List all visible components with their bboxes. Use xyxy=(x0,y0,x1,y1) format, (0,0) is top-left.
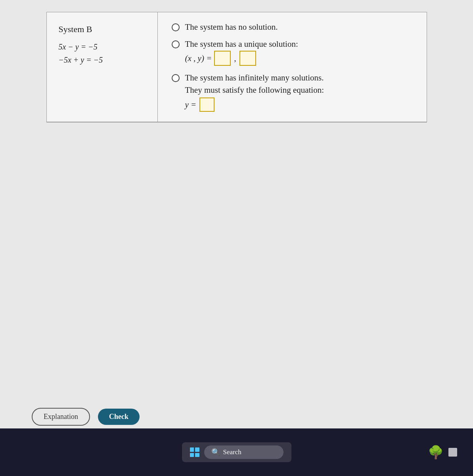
search-bar[interactable]: 🔍 Search xyxy=(204,445,283,459)
system-b-label: System B xyxy=(59,24,149,34)
system-b-cell: System B 5x − y = −5 −5x + y = −5 xyxy=(47,12,158,122)
unique-solution-inputs: (x , y) = , xyxy=(185,51,413,66)
no-solution-radio[interactable] xyxy=(172,23,180,31)
unique-solution-option[interactable]: The system has a unique solution: xyxy=(172,39,413,49)
satisfy-text: They must satisfy the following equation… xyxy=(185,85,413,95)
options-cell: The system has no solution. The system h… xyxy=(158,12,427,122)
win-sq-2 xyxy=(195,447,199,452)
x-input[interactable] xyxy=(214,51,231,66)
bottom-bar: Explanation Check xyxy=(0,405,473,428)
y-equals-label: y = xyxy=(185,100,197,110)
win-sq-1 xyxy=(190,447,194,452)
taskbar: 🔍 Search 🌳 xyxy=(0,428,473,476)
windows-start-icon[interactable] xyxy=(190,447,199,457)
no-solution-option[interactable]: The system has no solution. xyxy=(172,22,413,32)
equation-1: 5x − y = −5 xyxy=(59,42,149,52)
taskbar-right: 🌳 xyxy=(428,445,457,460)
xy-prefix: (x , y) = xyxy=(185,54,212,63)
unique-solution-radio[interactable] xyxy=(172,40,180,48)
taskbar-center: 🔍 Search xyxy=(182,442,291,462)
tree-icon: 🌳 xyxy=(428,445,444,460)
system-b-row: System B 5x − y = −5 −5x + y = −5 The sy… xyxy=(47,12,427,122)
main-content: System B 5x − y = −5 −5x + y = −5 The sy… xyxy=(0,0,473,428)
taskbar-preview-square[interactable] xyxy=(448,448,457,457)
win-sq-3 xyxy=(190,453,194,457)
unique-solution-text: The system has a unique solution: xyxy=(185,39,298,49)
search-label: Search xyxy=(223,448,241,456)
win-sq-4 xyxy=(195,453,199,457)
equation-2: −5x + y = −5 xyxy=(59,55,149,65)
infinitely-many-group: The system has infinitely many solutions… xyxy=(172,73,413,112)
problem-table: System B 5x − y = −5 −5x + y = −5 The sy… xyxy=(46,12,427,122)
no-solution-text: The system has no solution. xyxy=(185,22,278,32)
explanation-button[interactable]: Explanation xyxy=(32,408,90,426)
infinitely-many-text: The system has infinitely many solutions… xyxy=(185,73,324,83)
infinitely-many-option[interactable]: The system has infinitely many solutions… xyxy=(172,73,413,83)
y-input[interactable] xyxy=(239,51,256,66)
search-icon: 🔍 xyxy=(211,448,220,457)
infinitely-many-radio[interactable] xyxy=(172,74,180,82)
y-value-input[interactable] xyxy=(199,97,214,112)
satisfy-row: They must satisfy the following equation… xyxy=(185,85,413,112)
y-equals-row: y = xyxy=(185,97,413,112)
unique-solution-group: The system has a unique solution: (x , y… xyxy=(172,39,413,66)
check-button[interactable]: Check xyxy=(98,409,140,425)
